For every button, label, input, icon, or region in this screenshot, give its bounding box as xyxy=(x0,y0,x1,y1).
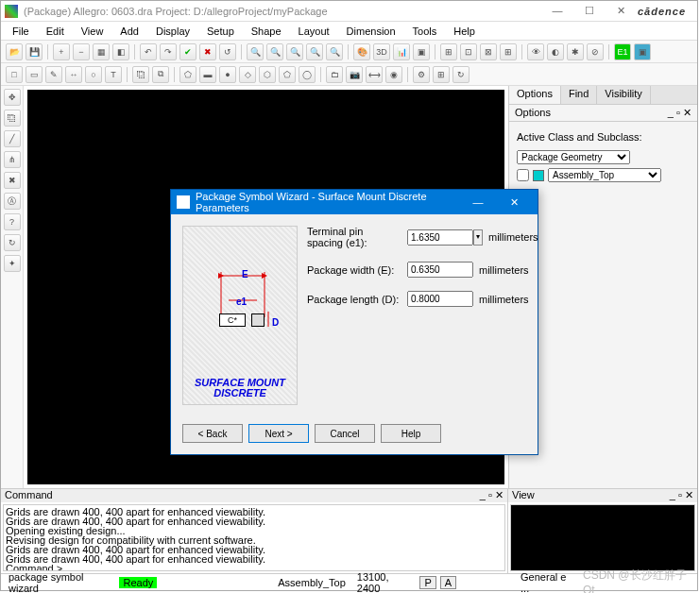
menu-tools[interactable]: Tools xyxy=(405,24,445,39)
stretch-icon[interactable]: ↔ xyxy=(65,66,82,83)
E-input[interactable] xyxy=(407,262,473,278)
table2-icon[interactable]: ⊞ xyxy=(433,66,450,83)
refresh-icon[interactable]: ↻ xyxy=(452,66,470,83)
edit-icon[interactable]: ✎ xyxy=(45,66,62,83)
shadow-icon[interactable]: ◐ xyxy=(547,43,564,60)
vt-spin-icon[interactable]: ↻ xyxy=(4,234,21,251)
oops-icon[interactable]: ↺ xyxy=(219,43,236,60)
zoom-point-icon[interactable]: 🔍 xyxy=(326,43,343,60)
grid-icon[interactable]: ▦ xyxy=(93,43,110,60)
shape-enable-icon[interactable]: ◇ xyxy=(239,66,256,83)
dialog-minimize-button[interactable]: — xyxy=(460,190,496,214)
menu-shape[interactable]: Shape xyxy=(244,24,289,39)
constraint-icon[interactable]: ⊞ xyxy=(440,43,457,60)
cancel-button[interactable]: Cancel xyxy=(315,424,375,443)
zoom-prev-icon[interactable]: 🔍 xyxy=(286,43,303,60)
help-button[interactable]: Help xyxy=(381,424,441,443)
cancel-icon[interactable]: ✖ xyxy=(199,43,216,60)
redo-icon[interactable]: ↷ xyxy=(160,43,177,60)
report-icon[interactable]: 📊 xyxy=(393,43,410,60)
gear-icon[interactable]: ⚙ xyxy=(413,66,430,83)
text-icon[interactable]: T xyxy=(105,66,122,83)
menu-help[interactable]: Help xyxy=(446,24,483,39)
shape-fcircle-icon[interactable]: ● xyxy=(219,66,236,83)
subclass-color-swatch[interactable] xyxy=(533,170,544,181)
subclass-visible-checkbox[interactable] xyxy=(517,169,529,181)
subclass-select[interactable]: Assembly_Top xyxy=(548,168,661,182)
box-icon[interactable]: 🗀 xyxy=(326,66,343,83)
shape-poly-icon[interactable]: ⬠ xyxy=(179,66,196,83)
shape-frect-icon[interactable]: ▬ xyxy=(199,66,216,83)
color-icon[interactable]: 🎨 xyxy=(353,43,370,60)
D-input[interactable] xyxy=(407,291,473,307)
vt-label-icon[interactable]: Ⓐ xyxy=(4,193,21,210)
command-log[interactable]: Grids are drawn 400, 400 apart for enhan… xyxy=(3,504,505,571)
vt-help-icon[interactable]: ? xyxy=(4,213,21,230)
swap-icon[interactable]: ⊠ xyxy=(480,43,497,60)
vt-copy-icon[interactable]: ⿻ xyxy=(4,110,21,127)
dialog-close-button[interactable]: ✕ xyxy=(496,190,532,214)
dot-icon[interactable]: ◉ xyxy=(385,66,402,83)
next-button[interactable]: Next > xyxy=(248,424,309,443)
tab-visibility[interactable]: Visibility xyxy=(597,86,651,104)
zoom-fit-icon[interactable]: 🔍 xyxy=(247,43,264,60)
vt-vertex-icon[interactable]: ⋔ xyxy=(4,151,21,168)
open-icon[interactable]: 📂 xyxy=(6,43,23,60)
zoom-out-icon[interactable]: − xyxy=(73,43,90,60)
done-icon[interactable]: ✔ xyxy=(179,43,196,60)
menu-edit[interactable]: Edit xyxy=(39,24,72,39)
table-icon[interactable]: ⊞ xyxy=(500,43,517,60)
maximize-button[interactable]: ☐ xyxy=(573,1,606,21)
vt-delete-icon[interactable]: ✖ xyxy=(4,172,21,189)
dialog-titlebar[interactable]: Package Symbol Wizard - Surface Mount Di… xyxy=(171,190,538,214)
e1-icon[interactable]: E1 xyxy=(614,43,631,60)
circle-icon[interactable]: ○ xyxy=(85,66,102,83)
shape-void-icon[interactable]: ◯ xyxy=(299,66,316,83)
xsection-icon[interactable]: ⊘ xyxy=(587,43,604,60)
back-button[interactable]: < Back xyxy=(182,424,243,443)
shape-rect2-icon[interactable]: ▭ xyxy=(26,66,43,83)
worldview-dock-icon[interactable]: _ ▫ ✕ xyxy=(670,489,693,502)
vt-line-icon[interactable]: ╱ xyxy=(4,130,21,147)
vt-move-icon[interactable]: ✥ xyxy=(4,89,21,106)
menu-add[interactable]: Add xyxy=(112,24,146,39)
close-button[interactable]: ✕ xyxy=(606,1,638,21)
shape-rect-icon[interactable]: □ xyxy=(6,66,23,83)
ratsnest-icon[interactable]: ✱ xyxy=(567,43,584,60)
shape-hex-icon[interactable]: ⬡ xyxy=(259,66,276,83)
dim-icon[interactable]: ⟷ xyxy=(366,66,383,83)
menu-layout[interactable]: Layout xyxy=(291,24,337,39)
menu-display[interactable]: Display xyxy=(148,24,197,39)
drc-icon[interactable]: ▣ xyxy=(413,43,430,60)
undo-icon[interactable]: ↶ xyxy=(140,43,157,60)
worldview-canvas[interactable] xyxy=(510,504,695,571)
menu-setup[interactable]: Setup xyxy=(199,24,242,39)
last-icon[interactable]: ▣ xyxy=(634,43,651,60)
menu-file[interactable]: File xyxy=(5,24,37,39)
tool-mirror-icon[interactable]: ⧉ xyxy=(152,66,169,83)
menu-dimension[interactable]: Dimension xyxy=(339,24,403,39)
layer-icon[interactable]: ◧ xyxy=(112,43,129,60)
visibility-icon[interactable]: 👁 xyxy=(527,43,544,60)
command-dock-icon[interactable]: _ ▫ ✕ xyxy=(480,489,504,502)
zoom-in-icon[interactable]: + xyxy=(53,43,70,60)
3d-icon[interactable]: 3D xyxy=(373,43,390,60)
class-select[interactable]: Package Geometry xyxy=(517,150,630,164)
e1-dropdown-icon[interactable]: ▾ xyxy=(473,229,483,246)
tab-options[interactable]: Options xyxy=(509,86,561,104)
panel-dock-icon[interactable]: _ ▫ ✕ xyxy=(668,107,691,119)
zoom-world-icon[interactable]: 🔍 xyxy=(266,43,283,60)
zoom-sel-icon[interactable]: 🔍 xyxy=(306,43,323,60)
camera-icon[interactable]: 📷 xyxy=(346,66,363,83)
e1-input[interactable] xyxy=(407,229,473,246)
save-icon[interactable]: 💾 xyxy=(26,43,43,60)
tab-find[interactable]: Find xyxy=(561,86,597,104)
status-a-button[interactable]: A xyxy=(440,576,456,589)
prop-icon[interactable]: ⊡ xyxy=(460,43,477,60)
status-p-button[interactable]: P xyxy=(419,576,435,589)
minimize-button[interactable]: — xyxy=(541,1,573,21)
vt-cross-icon[interactable]: ✦ xyxy=(4,255,21,272)
menu-view[interactable]: View xyxy=(74,24,111,39)
shape-poly2-icon[interactable]: ⬠ xyxy=(279,66,296,83)
tool-copy-icon[interactable]: ⿻ xyxy=(132,66,149,83)
